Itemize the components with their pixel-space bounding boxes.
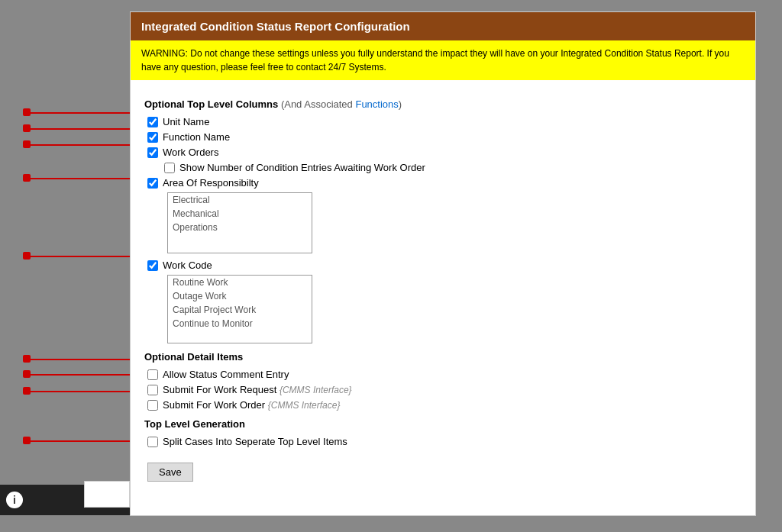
optional-detail-section: Optional Detail Items Allow Status Comme…	[144, 351, 742, 411]
area-of-responsibility-row: Area Of Responsibilty	[147, 177, 742, 189]
red-line-8	[27, 391, 130, 392]
submit-work-request-checkbox[interactable]	[147, 385, 158, 395]
function-name-label: Function Name	[163, 131, 230, 143]
optional-top-level-suffix2: )	[399, 98, 402, 110]
content-area: Optional Top Level Columns (And Associat…	[131, 80, 755, 492]
work-code-row: Work Code	[147, 260, 742, 271]
optional-top-level-label: Optional Top Level Columns	[144, 98, 278, 110]
submit-work-request-row: Submit For Work Request {CMMS Interface}	[147, 384, 742, 395]
area-of-responsibility-label: Area Of Responsibilty	[163, 177, 259, 189]
submit-work-order-row: Submit For Work Order {CMMS Interface}	[147, 399, 742, 411]
work-orders-checkbox[interactable]	[147, 147, 158, 158]
work-code-label: Work Code	[163, 260, 212, 271]
submit-work-request-label: Submit For Work Request {CMMS Interface}	[163, 384, 352, 395]
warning-box: WARNING: Do not change these settings un…	[131, 40, 755, 80]
submit-work-request-text: Submit For Work Request	[163, 384, 280, 395]
red-line-3	[27, 144, 130, 146]
optional-top-level-link: Functions	[355, 98, 398, 110]
red-line-5	[27, 256, 130, 257]
optional-detail-title: Optional Detail Items	[144, 351, 742, 363]
show-number-label: Show Number of Condition Entries Awaitin…	[179, 162, 425, 173]
work-code-checkbox[interactable]	[147, 260, 158, 271]
white-box	[84, 481, 130, 508]
main-container: Integrated Condition Status Report Confi…	[130, 11, 756, 516]
unit-name-checkbox[interactable]	[147, 117, 158, 127]
split-cases-checkbox[interactable]	[147, 437, 158, 447]
area-item-operations: Operations	[168, 221, 312, 234]
area-of-responsibility-checkbox[interactable]	[147, 178, 158, 189]
submit-work-order-cmms: {CMMS Interface}	[268, 400, 341, 411]
show-number-checkbox[interactable]	[164, 163, 175, 173]
area-listbox[interactable]: Electrical Mechanical Operations	[167, 192, 312, 253]
unit-name-row: Unit Name	[147, 116, 742, 127]
area-item-mechanical: Mechanical	[168, 207, 312, 221]
submit-work-order-checkbox[interactable]	[147, 400, 158, 411]
submit-work-order-label: Submit For Work Order {CMMS Interface}	[163, 399, 340, 411]
optional-top-level-suffix: (And Associated	[278, 98, 355, 110]
work-code-item-outage: Outage Work	[168, 289, 312, 303]
left-panel: i	[0, 11, 130, 515]
top-level-generation-title: Top Level Generation	[144, 418, 742, 430]
split-cases-label: Split Cases Into Seperate Top Level Item…	[163, 436, 347, 447]
work-orders-row: Work Orders	[147, 147, 742, 158]
allow-status-label: Allow Status Comment Entry	[163, 369, 289, 380]
red-line-9	[27, 440, 130, 442]
red-line-2	[27, 128, 130, 130]
top-level-generation-section: Top Level Generation Split Cases Into Se…	[144, 418, 742, 447]
allow-status-checkbox[interactable]	[147, 369, 158, 380]
submit-work-order-text: Submit For Work Order	[163, 399, 268, 411]
optional-top-level-section: Optional Top Level Columns (And Associat…	[144, 98, 742, 343]
optional-top-level-title: Optional Top Level Columns (And Associat…	[144, 98, 742, 110]
split-cases-row: Split Cases Into Seperate Top Level Item…	[147, 436, 742, 447]
info-icon: i	[6, 492, 23, 508]
red-line-7	[27, 374, 130, 376]
red-line-4	[27, 178, 130, 179]
page-title: Integrated Condition Status Report Confi…	[131, 12, 755, 40]
work-orders-label: Work Orders	[163, 147, 218, 158]
work-code-item-continue: Continue to Monitor	[168, 317, 312, 330]
red-line-6	[27, 359, 130, 360]
area-item-electrical: Electrical	[168, 193, 312, 207]
show-number-row: Show Number of Condition Entries Awaitin…	[164, 162, 742, 173]
unit-name-label: Unit Name	[163, 116, 209, 127]
red-line-1	[27, 112, 130, 114]
function-name-checkbox[interactable]	[147, 132, 158, 143]
work-code-listbox[interactable]: Routine Work Outage Work Capital Project…	[167, 275, 312, 343]
function-name-row: Function Name	[147, 131, 742, 143]
submit-work-request-cmms: {CMMS Interface}	[280, 385, 352, 395]
save-button[interactable]: Save	[147, 463, 193, 482]
allow-status-row: Allow Status Comment Entry	[147, 369, 742, 380]
work-code-item-capital: Capital Project Work	[168, 303, 312, 317]
work-code-item-routine: Routine Work	[168, 276, 312, 289]
